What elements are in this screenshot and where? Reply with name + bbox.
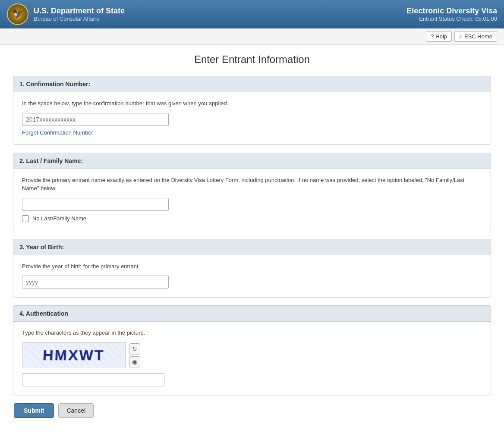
help-label: Help (435, 33, 447, 40)
last-name-input[interactable] (22, 198, 169, 211)
last-name-section-body: Provide the primary entrant name exactly… (13, 169, 491, 231)
page-title: Enter Entrant Information (13, 53, 491, 66)
confirmation-section: 1. Confirmation Number: In the space bel… (13, 76, 491, 145)
no-last-name-row: No Last/Family Name (22, 215, 482, 222)
captcha-text: HMXWT (42, 347, 105, 364)
confirmation-description: In the space below, type the confirmatio… (22, 99, 482, 108)
authentication-section-body: Type the characters as they appear in th… (13, 322, 491, 395)
department-seal: 🦅 (7, 3, 28, 25)
org-name: U.S. Department of State (34, 6, 125, 16)
refresh-icon: ↻ (132, 345, 137, 352)
confirmation-section-body: In the space below, type the confirmatio… (13, 92, 491, 144)
esc-home-button[interactable]: ⌂ ESC Home (454, 31, 497, 42)
confirmation-section-header: 1. Confirmation Number: (13, 76, 491, 92)
app-subtitle: Entrant Status Check: 05.01.00 (406, 16, 497, 22)
year-of-birth-section: 3. Year of Birth: Provide the year of bi… (13, 239, 491, 298)
year-of-birth-section-body: Provide the year of birth for the primar… (13, 255, 491, 298)
captcha-icons: ↻ ◉ (129, 343, 140, 367)
authentication-section: 4. Authentication Type the characters as… (13, 305, 491, 395)
captcha-area: HMXWT ↻ ◉ (22, 342, 482, 368)
captcha-input[interactable] (22, 373, 164, 386)
captcha-refresh-button[interactable]: ↻ (129, 343, 140, 354)
last-name-section: 2. Last / Family Name: Provide the prima… (13, 153, 491, 231)
cancel-button[interactable]: Cancel (58, 403, 94, 418)
forgot-confirmation-link[interactable]: Forgot Confirmation Number (22, 129, 93, 136)
submit-button[interactable]: Submit (14, 403, 54, 418)
authentication-description: Type the characters as they appear in th… (22, 329, 482, 337)
captcha-image: HMXWT (22, 342, 126, 368)
help-button[interactable]: ? Help (426, 31, 452, 42)
captcha-audio-button[interactable]: ◉ (129, 356, 140, 367)
authentication-section-header: 4. Authentication (13, 306, 491, 322)
submit-area: Submit Cancel (13, 403, 491, 418)
toolbar: ? Help ⌂ ESC Home (0, 28, 504, 45)
confirmation-number-input[interactable] (22, 113, 169, 126)
last-name-section-header: 2. Last / Family Name: (13, 153, 491, 169)
no-last-name-checkbox[interactable] (22, 215, 29, 222)
org-title-group: U.S. Department of State Bureau of Consu… (34, 6, 125, 22)
year-of-birth-input[interactable] (22, 276, 169, 288)
home-icon: ⌂ (459, 33, 463, 40)
no-last-name-label[interactable]: No Last/Family Name (32, 215, 86, 222)
last-name-description: Provide the primary entrant name exactly… (22, 176, 482, 193)
bureau-name: Bureau of Consular Affairs (34, 16, 125, 22)
app-title-group: Electronic Diversity Visa Entrant Status… (406, 6, 497, 22)
year-of-birth-description: Provide the year of birth for the primar… (22, 262, 482, 271)
page-header: 🦅 U.S. Department of State Bureau of Con… (0, 0, 504, 28)
app-title: Electronic Diversity Visa (406, 6, 497, 16)
help-icon: ? (431, 33, 434, 40)
audio-icon: ◉ (132, 358, 137, 365)
esc-home-label: ESC Home (464, 33, 492, 40)
page-content: Enter Entrant Information 1. Confirmatio… (6, 45, 498, 431)
year-of-birth-section-header: 3. Year of Birth: (13, 239, 491, 255)
